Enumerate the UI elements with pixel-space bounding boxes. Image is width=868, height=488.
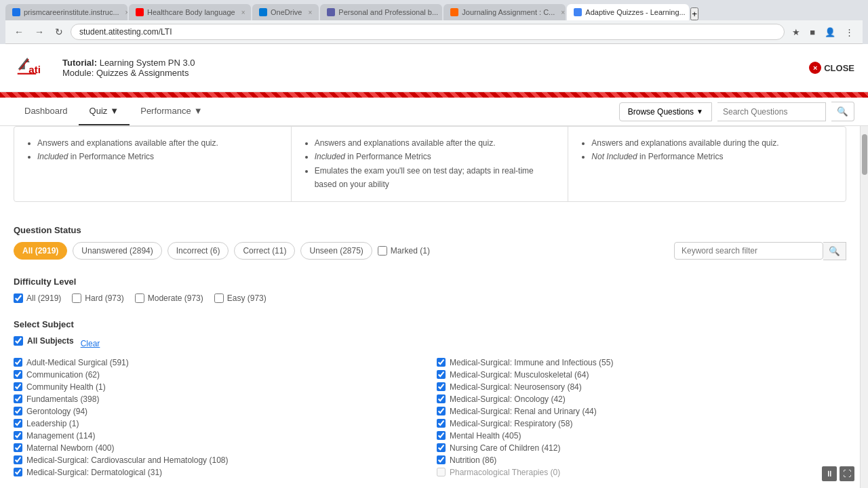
close-button[interactable]: × CLOSE [809,62,854,74]
subject-community-health-input[interactable] [14,382,22,391]
subject-ms-musculoskeletal-input[interactable] [437,370,446,379]
tab4-favicon [327,8,335,16]
subject-ms-oncology[interactable]: Medical-Surgical: Oncology (42) [437,393,846,405]
address-bar[interactable]: student.atitesting.com/LTI [71,24,785,40]
tab1-close[interactable]: × [125,9,127,16]
difficulty-easy-checkbox[interactable]: Easy (973) [214,293,267,303]
difficulty-all-checkbox[interactable]: All (2919) [14,293,61,303]
browser-tab-2[interactable]: Healthcare Body language × [129,4,251,20]
bookmark-button[interactable]: ★ [789,25,804,39]
subject-ms-respiratory[interactable]: Medical-Surgical: Respiratory (58) [437,418,846,430]
nav-tab-performance[interactable]: Performance ▼ [130,98,213,125]
subject-ms-dermatological[interactable]: Medical-Surgical: Dermatological (31) [14,466,423,479]
keyword-search-icon: 🔍 [829,246,840,256]
difficulty-hard-checkbox[interactable]: Hard (973) [72,293,123,303]
clear-button[interactable]: Clear [81,339,100,348]
all-subjects-input[interactable] [14,336,23,346]
subject-management-input[interactable] [14,431,22,440]
subject-ms-respiratory-input[interactable] [437,419,446,428]
subject-ms-dermatological-input[interactable] [14,468,22,476]
expand-button[interactable]: ⛶ [840,466,854,481]
subject-maternal-newborn-input[interactable] [14,443,22,452]
status-unanswered-button[interactable]: Unanswered (2894) [73,242,161,260]
search-button[interactable]: 🔍 [831,102,854,121]
scrollbar[interactable] [860,126,868,488]
difficulty-moderate-input[interactable] [135,293,144,303]
status-correct-button[interactable]: Correct (11) [234,242,295,260]
difficulty-easy-input[interactable] [214,293,224,303]
subject-mental-health-input[interactable] [437,431,446,440]
subject-mental-health[interactable]: Mental Health (405) [437,430,846,442]
decorative-stripe [0,92,868,98]
back-button[interactable]: ← [11,24,27,39]
subject-ms-musculoskeletal[interactable]: Medical-Surgical: Musculoskeletal (64) [437,369,846,381]
status-incorrect-button[interactable]: Incorrect (6) [167,242,229,260]
subject-fundamentals-input[interactable] [14,394,22,403]
subject-ms-immune-input[interactable] [437,358,446,367]
reload-button[interactable]: ↻ [52,24,66,39]
subject-maternal-newborn[interactable]: Maternal Newborn (400) [14,442,423,454]
subject-leadership[interactable]: Leadership (1) [14,418,423,430]
browser-tab-4[interactable]: Personal and Professional b... × [320,4,442,20]
keyword-filter-input[interactable] [674,242,823,260]
subject-gerontology[interactable]: Gerontology (94) [14,405,423,418]
subject-communication[interactable]: Communication (62) [14,369,423,381]
subject-ms-renal-input[interactable] [437,407,446,415]
browser-tab-1[interactable]: prismcareerinstitute.instruc... × [5,4,127,20]
question-status-title: Question Status [14,225,846,235]
all-subjects-checkbox[interactable]: All Subjects [14,336,74,346]
subject-ms-oncology-label: Medical-Surgical: Oncology (42) [450,394,566,404]
tab2-close[interactable]: × [241,9,245,16]
browser-tab-5[interactable]: Journaling Assignment : C... × [443,4,566,20]
subject-adult-med-surg-input[interactable] [14,358,22,367]
subject-nutrition[interactable]: Nutrition (86) [437,454,846,466]
difficulty-all-input[interactable] [14,293,23,303]
subject-community-health[interactable]: Community Health (1) [14,381,423,393]
scrollbar-thumb[interactable] [862,134,867,175]
subject-nursing-care-children-input[interactable] [437,443,446,452]
subject-ms-immune[interactable]: Medical-Surgical: Immune and Infectious … [437,357,846,369]
new-tab-button[interactable]: + [690,7,698,20]
subject-ms-cardiovascular[interactable]: Medical-Surgical: Cardiovascular and Hem… [14,454,423,466]
status-all-button[interactable]: All (2919) [14,242,67,260]
tab3-close[interactable]: × [308,9,312,16]
difficulty-hard-input[interactable] [72,293,81,303]
subject-nutrition-input[interactable] [437,455,446,464]
status-marked-checkbox[interactable]: Marked (1) [378,246,430,256]
tab5-close[interactable]: × [561,9,565,16]
extensions-button[interactable]: ■ [806,25,818,39]
subject-ms-neurosensory[interactable]: Medical-Surgical: Neurosensory (84) [437,381,846,393]
subject-ms-oncology-input[interactable] [437,394,446,403]
subject-fundamentals[interactable]: Fundamentals (398) [14,393,423,405]
bottom-controls: ⏸ ⛶ [822,466,854,481]
forward-button[interactable]: → [31,24,47,39]
subject-ms-renal[interactable]: Medical-Surgical: Renal and Urinary (44) [437,405,846,418]
browser-tab-3[interactable]: OneDrive × [252,4,319,20]
main-content: Answers and explanations available after… [0,126,860,488]
subject-ms-cardiovascular-input[interactable] [14,455,22,464]
browse-questions-button[interactable]: Browse Questions ▼ [619,102,712,121]
subject-management-label: Management (114) [26,431,95,441]
subject-leadership-input[interactable] [14,419,22,428]
keyword-search-button[interactable]: 🔍 [823,242,846,260]
subject-adult-med-surg[interactable]: Adult-Medical Surgical (591) [14,357,423,369]
subject-pharmacological[interactable]: Pharmacological Therapies (0) [437,466,846,479]
nav-tab-quiz[interactable]: Quiz ▼ [79,98,130,125]
profile-button[interactable]: 👤 [821,25,839,39]
difficulty-moderate-checkbox[interactable]: Moderate (973) [135,293,203,303]
subject-communication-input[interactable] [14,370,22,379]
search-questions-input[interactable] [717,102,826,121]
browser-tabs: prismcareerinstitute.instruc... × Health… [5,4,863,20]
nav-tab-dashboard[interactable]: Dashboard [14,98,79,125]
browser-tab-6[interactable]: Adaptive Quizzes - Learning... × [567,4,689,20]
marked-label: Marked (1) [391,246,430,256]
subject-gerontology-input[interactable] [14,407,22,415]
subject-ms-neurosensory-input[interactable] [437,382,446,391]
subject-management[interactable]: Management (114) [14,430,423,442]
marked-checkbox-input[interactable] [378,246,387,256]
pause-button[interactable]: ⏸ [822,466,837,481]
status-unseen-button[interactable]: Unseen (2875) [300,242,372,260]
subject-pharmacological-input[interactable] [437,468,446,476]
menu-button[interactable]: ⋮ [842,25,857,39]
subject-nursing-care-children[interactable]: Nursing Care of Children (412) [437,442,846,454]
